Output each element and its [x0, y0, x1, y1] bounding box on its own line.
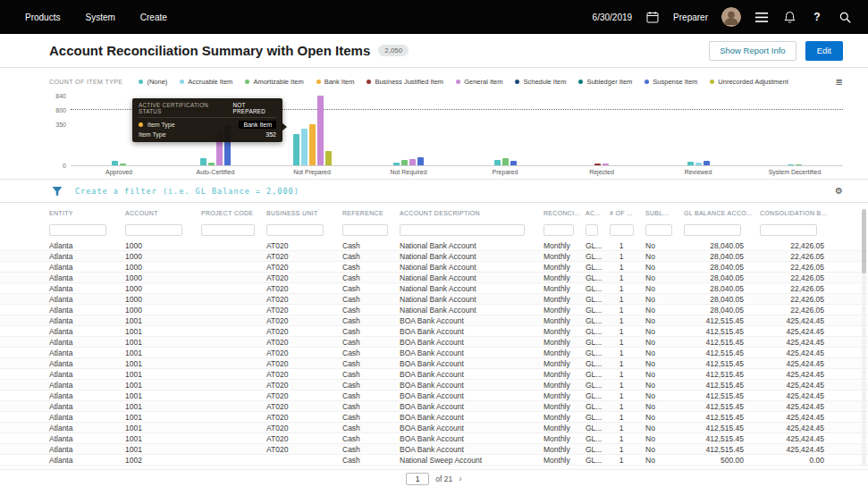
- column-filter-of[interactable]: [610, 224, 634, 236]
- menu-products[interactable]: Products: [25, 13, 60, 22]
- column-header-consolidation-b[interactable]: CONSOLIDATION B...: [760, 210, 840, 216]
- table-row[interactable]: Atlanta1000AT020CashNational Bank Accoun…: [0, 305, 868, 315]
- table-row[interactable]: Atlanta1002CashNational Sweep AccountMon…: [0, 455, 868, 466]
- bell-icon[interactable]: [782, 10, 796, 24]
- legend-item-subledger-item[interactable]: Subledger Item: [578, 78, 632, 86]
- table-row[interactable]: Atlanta1001AT020CashBOA Bank AccountMont…: [0, 337, 868, 348]
- bar-amortizable-item[interactable]: [120, 164, 126, 165]
- column-filter-account[interactable]: [125, 224, 182, 236]
- column-filter-ac[interactable]: [586, 224, 598, 236]
- filter-options-icon[interactable]: ⚙: [835, 186, 843, 196]
- user-role-label[interactable]: Preparer: [673, 13, 708, 22]
- column-filter-project-code[interactable]: [201, 224, 255, 236]
- legend-item-amortizable-item[interactable]: Amortizable Item: [245, 78, 303, 86]
- bar-none[interactable]: [200, 158, 206, 165]
- bar-bank-item[interactable]: [309, 124, 316, 165]
- column-header-ac[interactable]: AC...: [586, 210, 610, 216]
- legend-item-business-justified-item[interactable]: Business Justified Item: [367, 78, 443, 86]
- table-row[interactable]: Atlanta1000AT020CashNational Bank Accoun…: [0, 283, 868, 294]
- bar-suspense-item[interactable]: [510, 161, 517, 165]
- bar-none[interactable]: [494, 160, 501, 165]
- column-header-of[interactable]: # OF ...: [610, 210, 645, 216]
- hamburger-icon[interactable]: [754, 10, 769, 24]
- menu-system[interactable]: System: [85, 13, 114, 22]
- column-filter-gl-balance-acco[interactable]: [684, 224, 741, 236]
- scrollbar-thumb[interactable]: [862, 209, 866, 273]
- pov-date[interactable]: 6/30/2019: [593, 13, 633, 22]
- column-header-gl-balance-acco[interactable]: GL BALANCE ACCO...: [684, 210, 760, 216]
- help-icon[interactable]: ?: [810, 10, 824, 24]
- menu-create[interactable]: Create: [140, 13, 167, 22]
- bar-amortizable-item[interactable]: [502, 158, 509, 165]
- bar-business-justified-item[interactable]: [594, 164, 601, 165]
- bar-amortizable-item[interactable]: [796, 164, 802, 165]
- column-header-business-unit[interactable]: BUSINESS UNIT: [266, 210, 342, 216]
- table-row[interactable]: Atlanta1001AT020CashBOA Bank AccountMont…: [0, 369, 868, 380]
- table-row[interactable]: Atlanta1001AT020CashBOA Bank AccountMont…: [0, 315, 868, 326]
- column-filter-account-description[interactable]: [400, 224, 525, 236]
- bar-none[interactable]: [393, 163, 400, 165]
- table-row[interactable]: Atlanta1001AT020CashBOA Bank AccountMont…: [0, 326, 868, 337]
- show-report-info-button[interactable]: Show Report Info: [709, 41, 796, 61]
- table-row[interactable]: Atlanta1000AT020CashNational Bank Accoun…: [0, 262, 868, 273]
- bar-amortizable-item[interactable]: [401, 160, 408, 165]
- table-row[interactable]: Atlanta1000AT020CashNational Bank Accoun…: [0, 273, 868, 283]
- page-number-input[interactable]: [406, 473, 429, 485]
- column-header-project-code[interactable]: PROJECT CODE: [201, 210, 266, 216]
- legend-item-unrecorded-adjustment[interactable]: Unrecorded Adjustment: [710, 78, 788, 86]
- table-row[interactable]: Atlanta1001AT020CashBOA Bank AccountMont…: [0, 423, 868, 433]
- table-row[interactable]: Atlanta1001AT020CashBOA Bank AccountMont…: [0, 380, 868, 390]
- bar-accruable-item[interactable]: [301, 129, 308, 165]
- table-row[interactable]: Atlanta1000AT020CashNational Bank Accoun…: [0, 294, 868, 305]
- calendar-icon[interactable]: [645, 10, 660, 24]
- bar-none[interactable]: [788, 164, 794, 165]
- bar-suspense-item[interactable]: [417, 157, 424, 165]
- table-row[interactable]: Atlanta1000AT020CashNational Bank Accoun…: [0, 251, 868, 262]
- edit-button[interactable]: Edit: [805, 41, 843, 61]
- column-header-account[interactable]: ACCOUNT: [125, 210, 201, 216]
- avatar[interactable]: [721, 7, 741, 27]
- bar-none[interactable]: [293, 134, 299, 165]
- column-header-reference[interactable]: REFERENCE: [342, 210, 400, 216]
- table-row[interactable]: Atlanta1001AT020CashBOA Bank AccountMont…: [0, 348, 868, 358]
- cell: GL...: [586, 283, 610, 293]
- bar-none[interactable]: [112, 161, 118, 165]
- filter-input[interactable]: [75, 187, 826, 196]
- column-header-reconci[interactable]: RECONCI...: [544, 210, 586, 216]
- table-row[interactable]: Atlanta1001AT020CashBOA Bank AccountMont…: [0, 401, 868, 412]
- bar-general-item[interactable]: [603, 164, 609, 165]
- bar-accruable-item[interactable]: [695, 163, 702, 165]
- legend-item-suspense-item[interactable]: Suspense Item: [645, 78, 697, 86]
- bar-general-item[interactable]: [409, 159, 416, 165]
- table-row[interactable]: Atlanta1000AT020CashNational Bank Accoun…: [0, 240, 868, 251]
- legend-item-accruable-item[interactable]: Accruable Item: [180, 78, 232, 86]
- bar-suspense-item[interactable]: [704, 161, 710, 165]
- column-filter-consolidation-b[interactable]: [760, 224, 817, 236]
- chart-menu-icon[interactable]: ≣: [836, 77, 843, 87]
- table-row[interactable]: Atlanta1001AT020CashBOA Bank AccountMont…: [0, 358, 868, 369]
- bar-unrecorded-adjustment[interactable]: [325, 151, 332, 165]
- legend-item-schedule-item[interactable]: Schedule Item: [515, 78, 566, 86]
- bar-general-item[interactable]: [317, 96, 324, 165]
- table-row[interactable]: Atlanta1001AT020CashBOA Bank AccountMont…: [0, 433, 868, 444]
- column-filter-reconci[interactable]: [544, 224, 574, 236]
- column-filter-subl[interactable]: [645, 224, 672, 236]
- bar-none[interactable]: [687, 162, 694, 165]
- legend-item-none[interactable]: (None): [139, 78, 167, 86]
- filter-funnel-icon[interactable]: [52, 186, 63, 197]
- column-header-entity[interactable]: ENTITY: [49, 210, 125, 216]
- table-scrollbar[interactable]: [862, 209, 866, 466]
- column-filter-entity[interactable]: [49, 224, 106, 236]
- search-icon[interactable]: [838, 10, 852, 24]
- bar-amortizable-item[interactable]: [208, 163, 215, 165]
- column-header-subl[interactable]: SUBL...: [645, 210, 684, 216]
- table-row[interactable]: Atlanta1001AT020CashBOA Bank AccountMont…: [0, 412, 868, 423]
- column-filter-reference[interactable]: [342, 224, 388, 236]
- column-filter-business-unit[interactable]: [266, 224, 324, 236]
- table-row[interactable]: Atlanta1001AT020CashBOA Bank AccountMont…: [0, 390, 868, 401]
- table-row[interactable]: Atlanta1001AT020CashBOA Bank AccountMont…: [0, 444, 868, 455]
- legend-item-general-item[interactable]: General Item: [456, 78, 502, 86]
- legend-item-bank-item[interactable]: Bank Item: [316, 78, 355, 86]
- column-header-account-description[interactable]: ACCOUNT DESCRIPTION: [400, 210, 544, 216]
- next-page-icon[interactable]: ›: [459, 474, 462, 483]
